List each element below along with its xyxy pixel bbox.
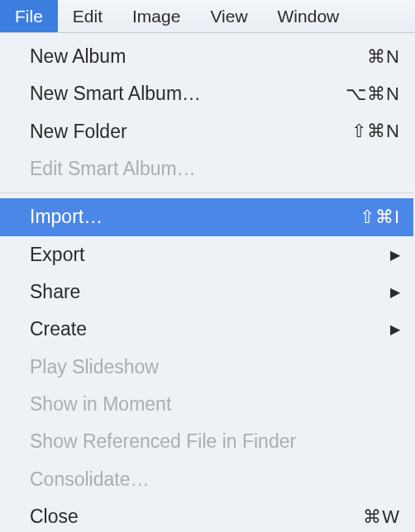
menu-item-label: Play Slideshow: [30, 354, 159, 381]
menu-item-shortcut: ⇧⌘N: [351, 118, 400, 145]
menubar-item-window[interactable]: Window: [263, 0, 355, 32]
menu-item-new-folder[interactable]: New Folder ⇧⌘N: [0, 113, 413, 150]
menu-item-play-slideshow: Play Slideshow: [0, 349, 413, 386]
menu-item-label: Export: [30, 241, 84, 268]
menubar-item-view[interactable]: View: [195, 0, 262, 32]
menu-section-1: New Album ⌘N New Smart Album… ⌥⌘N New Fo…: [0, 33, 413, 193]
menu-section-2: Import… ⇧⌘I Export ▶ Share ▶ Create ▶ Pl…: [0, 193, 413, 532]
chevron-right-icon: ▶: [390, 245, 400, 264]
menu-item-new-album[interactable]: New Album ⌘N: [0, 38, 413, 75]
menu-item-export[interactable]: Export ▶: [0, 236, 413, 273]
menu-item-label: Consolidate…: [30, 466, 149, 493]
menu-item-label: New Album: [30, 43, 126, 70]
menu-item-label: New Smart Album…: [30, 80, 201, 107]
file-dropdown: New Album ⌘N New Smart Album… ⌥⌘N New Fo…: [0, 33, 413, 532]
menu-item-label: Share: [30, 278, 80, 306]
menu-item-label: Close: [30, 503, 79, 530]
menubar-item-image[interactable]: Image: [117, 0, 195, 32]
menu-item-consolidate: Consolidate…: [0, 461, 413, 498]
menu-item-label: Edit Smart Album…: [30, 155, 196, 183]
menu-item-shortcut: ⌘W: [363, 504, 400, 530]
menu-item-label: Import…: [30, 203, 103, 230]
menu-item-label: Show in Moment: [30, 391, 171, 418]
menu-item-new-smart-album[interactable]: New Smart Album… ⌥⌘N: [0, 75, 413, 112]
menu-item-create[interactable]: Create ▶: [0, 311, 413, 348]
menu-item-show-in-moment: Show in Moment: [0, 386, 413, 423]
menu-item-show-referenced-file: Show Referenced File in Finder: [0, 423, 413, 460]
menu-item-shortcut: ⇧⌘I: [360, 204, 400, 230]
chevron-right-icon: ▶: [390, 320, 400, 339]
menubar-item-file[interactable]: File: [0, 0, 58, 32]
menu-item-close[interactable]: Close ⌘W: [0, 498, 413, 532]
menu-item-label: Create: [30, 316, 87, 343]
menu-item-shortcut: ⌥⌘N: [346, 81, 400, 107]
menu-item-import[interactable]: Import… ⇧⌘I: [0, 198, 413, 235]
menu-item-label: New Folder: [30, 118, 127, 145]
menu-item-label: Show Referenced File in Finder: [30, 428, 296, 455]
menu-item-shortcut: ⌘N: [367, 44, 400, 70]
chevron-right-icon: ▶: [390, 283, 400, 302]
menu-item-share[interactable]: Share ▶: [0, 273, 413, 311]
menubar: File Edit Image View Window: [0, 0, 415, 33]
menubar-item-edit[interactable]: Edit: [58, 0, 117, 32]
menu-item-edit-smart-album: Edit Smart Album…: [0, 150, 413, 188]
